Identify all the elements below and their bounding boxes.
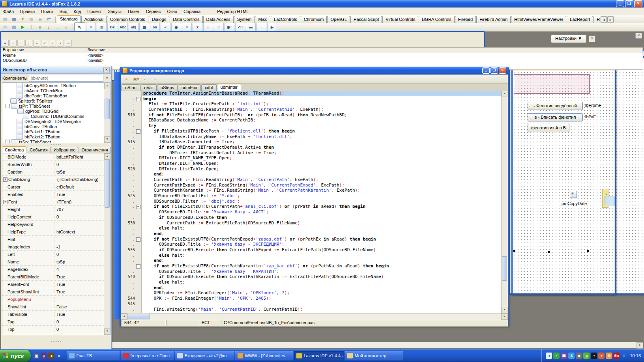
- palette-tab[interactable]: HtmlViewer/FrameViewer: [511, 16, 566, 23]
- property-row[interactable]: ShowHintFalse: [2, 303, 110, 311]
- code-line[interactable]: OPK := FIni.ReadInteger('Main', 'OPK', 2…: [142, 296, 501, 301]
- fold-icon[interactable]: −: [136, 237, 140, 242]
- gutter-line[interactable]: 544: [121, 296, 141, 301]
- code-line[interactable]: if ODSourceBD.Execute then: [142, 215, 501, 220]
- property-value[interactable]: True: [54, 312, 65, 317]
- palette-tab[interactable]: Dialogs: [149, 16, 170, 23]
- watch-remove-icon[interactable]: −: [33, 40, 40, 47]
- watch-bulb-icon[interactable]: ●: [49, 40, 56, 47]
- palette-scroll-right-icon[interactable]: ▸: [607, 16, 614, 23]
- run-icon[interactable]: ▶: [19, 23, 27, 31]
- tmainmenu-icon[interactable]: ≡: [86, 23, 96, 31]
- inspector-close-icon[interactable]: ×: [103, 67, 110, 73]
- tray-download-icon[interactable]: ●: [598, 353, 605, 359]
- code-line[interactable]: end;: [142, 285, 501, 291]
- gutter-line[interactable]: 540: [121, 274, 141, 280]
- palette-tab[interactable]: Common Controls: [107, 16, 148, 23]
- code-line[interactable]: CurrentPathIB := FIni.ReadString('Main',…: [142, 107, 501, 112]
- open-icon[interactable]: ▾: [19, 15, 27, 23]
- property-row[interactable]: Hint: [2, 236, 110, 243]
- inspector-titlebar[interactable]: Инспектор объектов ×: [1, 66, 111, 74]
- tree-item[interactable]: bbPaket2: TButton: [2, 134, 110, 139]
- property-row[interactable]: HelpTypehtContext: [2, 228, 110, 236]
- tray-mail-icon[interactable]: ✉: [606, 353, 612, 359]
- code-line[interactable]: DMInter.DICT_NAME_TYPE.Open;: [142, 155, 501, 161]
- minimize-button[interactable]: _: [482, 67, 490, 74]
- ql-player-icon[interactable]: ●: [48, 353, 54, 359]
- property-value[interactable]: -1: [54, 244, 60, 249]
- tray-display-icon[interactable]: ▪: [591, 353, 597, 359]
- tree-vscrollbar[interactable]: ▴ ▾: [104, 83, 110, 143]
- save-all-icon[interactable]: ≣: [36, 15, 44, 23]
- code-line[interactable]: OPKIndex := FIni.ReadInteger('Main', 'OP…: [142, 290, 501, 296]
- property-row[interactable]: +ChildSizing(TControlChildSizing): [2, 176, 110, 183]
- menu-item[interactable]: Сервис: [143, 8, 164, 15]
- view-forms-icon[interactable]: ▦: [10, 23, 18, 31]
- tree-item[interactable]: cbAuto: TCheckBox: [2, 88, 110, 93]
- gutter-line[interactable]: .: [121, 215, 141, 220]
- tree-item[interactable]: -dgProd: TDBGrid: [2, 108, 110, 114]
- back-icon[interactable]: ←: [141, 75, 150, 83]
- resize-handle[interactable]: [548, 251, 550, 253]
- property-value[interactable]: 4: [54, 267, 59, 272]
- menu-item-html-editor[interactable]: Редактор HTML: [214, 8, 252, 15]
- expand-icon[interactable]: +: [3, 200, 7, 204]
- watch-add-icon[interactable]: +: [9, 40, 17, 47]
- gutter-line[interactable]: .: [121, 155, 141, 161]
- property-value[interactable]: 0: [54, 162, 59, 167]
- code-line[interactable]: if not FileExistsUTF8(CurrentPath+'anal_…: [142, 204, 501, 209]
- property-row[interactable]: Height707: [2, 206, 110, 213]
- code-line[interactable]: if not FileExistsUTF8(CurrentPathIB) or …: [142, 112, 501, 118]
- tframe-icon[interactable]: ▫: [256, 23, 266, 31]
- close-button[interactable]: ×: [634, 0, 642, 7]
- watch-row[interactable]: FName<invalid>: [1, 53, 643, 58]
- palette-tab[interactable]: Virtual Controls: [382, 16, 418, 23]
- tray-skype-icon[interactable]: S: [568, 353, 575, 359]
- property-row[interactable]: PopupMenu: [2, 296, 110, 303]
- tpanel-icon[interactable]: ▬: [246, 23, 256, 31]
- editor-tab[interactable]: udmInter: [217, 84, 241, 91]
- tradiogroup-icon[interactable]: ◉□: [225, 23, 234, 31]
- gutter-line[interactable]: .: [121, 258, 141, 263]
- code-text[interactable]: procedure TdmInter.AssignInterBase(aRead…: [142, 91, 501, 313]
- gutter-line[interactable]: .: [121, 123, 141, 129]
- code-line[interactable]: else halt;: [142, 280, 501, 285]
- property-value[interactable]: 707: [54, 207, 64, 212]
- code-line[interactable]: end;: [142, 172, 501, 177]
- form-designer-window[interactable]: _ ❐ × - Фенотип введённый lbFromF е - Вп…: [511, 62, 616, 295]
- property-row[interactable]: PageIndex4: [2, 266, 110, 273]
- resize-handle[interactable]: [587, 250, 589, 252]
- editor-tab[interactable]: uSteps: [157, 84, 178, 91]
- property-row[interactable]: CaptiontsSp: [2, 168, 110, 176]
- gutter-line[interactable]: .: [121, 183, 141, 188]
- property-row[interactable]: Top0: [2, 326, 110, 333]
- editor-gutter[interactable]: .−..510...−.515....520....525..−..530...…: [121, 91, 142, 313]
- code-line[interactable]: IBDataBase.LibraryName := ExePath + 'fbc…: [142, 134, 501, 140]
- editor-tab[interactable]: udmFox: [178, 84, 201, 91]
- resize-handle[interactable]: [513, 250, 515, 252]
- toggle-form-unit-icon[interactable]: ⇄: [45, 15, 53, 23]
- gutter-line[interactable]: .−: [121, 237, 141, 242]
- tree-item[interactable]: DBNavigator3: TDBNavigator: [2, 119, 110, 124]
- palette-tab[interactable]: Data Access: [203, 16, 234, 23]
- property-row[interactable]: HelpContext0: [2, 213, 110, 221]
- tcheckgroup-icon[interactable]: ✓□: [235, 23, 245, 31]
- gutter-line[interactable]: .: [121, 107, 141, 112]
- code-line[interactable]: IBDataBase.Connected := True;: [142, 139, 501, 145]
- tray-audio-icon[interactable]: ◆: [576, 353, 582, 359]
- watch-enable-icon[interactable]: ✓: [41, 40, 48, 47]
- ttogglebox-icon[interactable]: on: [150, 23, 160, 31]
- gutter-line[interactable]: .: [121, 134, 141, 140]
- code-line[interactable]: IBDataBase.DatabaseName := CurrentPathIB…: [142, 118, 501, 123]
- fold-icon[interactable]: −: [136, 97, 140, 101]
- new-unit-icon[interactable]: ▤: [1, 15, 9, 23]
- code-line[interactable]: if FileExistsUTF8(ExePath + 'fbclient.dl…: [142, 129, 501, 134]
- menu-item[interactable]: Окно: [164, 8, 180, 15]
- tpopupmenu-icon[interactable]: ≣: [97, 23, 107, 31]
- gutter-line[interactable]: 530: [121, 220, 141, 226]
- property-row[interactable]: NametsSp: [2, 258, 110, 266]
- designer-button-phenotype-entered[interactable]: - Фенотип введённый: [528, 102, 583, 110]
- property-value[interactable]: True: [54, 192, 65, 197]
- task-button[interactable]: WWW - [Z:/home/tes...: [235, 351, 293, 360]
- view-units-icon[interactable]: ▤: [1, 23, 9, 31]
